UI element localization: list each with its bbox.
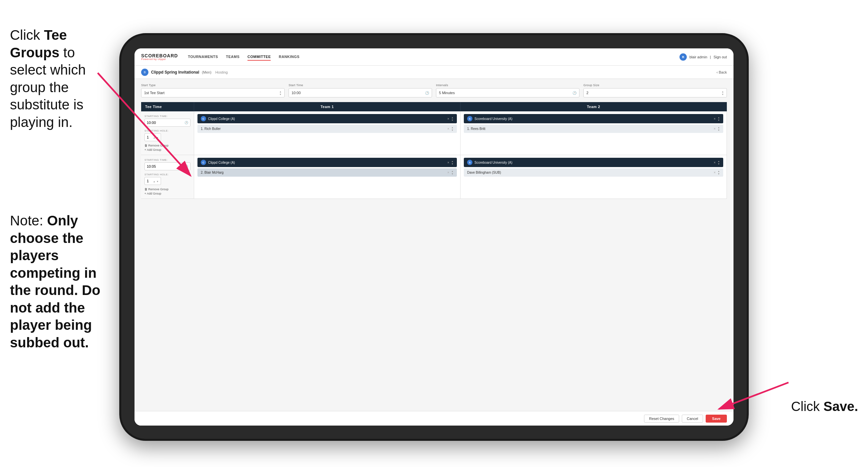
starting-time-label-1: STARTING TIME: <box>145 115 190 118</box>
group-size-spinner: ▲ ▼ <box>721 90 724 95</box>
team1-close-1[interactable]: × <box>447 117 449 121</box>
breadcrumb-left: B Clippd Spring Invitational (Men) Hosti… <box>141 68 227 76</box>
team2-icon-1: S <box>467 116 472 121</box>
team2-card-left-2: S Scoreboard University (A) <box>467 160 512 165</box>
player-close-2-1[interactable]: × <box>714 127 716 130</box>
brand-sub: Powered by clippd <box>141 58 178 61</box>
separator: | <box>710 55 711 59</box>
tee-group-actions-2: 🗑 Remove Group + Add Group <box>145 187 190 195</box>
tee-group-left-2: STARTING TIME: 10:05 🕐 STARTING HOLE: 1 … <box>141 155 194 199</box>
hole-input-1[interactable]: 1 ▲ ▼ <box>145 133 161 141</box>
starting-time-label-2: STARTING TIME: <box>145 158 190 162</box>
brand-name: SCOREBOARD <box>141 53 178 58</box>
player-name-2-2: Dave Billingham (SUB) <box>467 171 501 174</box>
team1-arrows-1: ▲ ▼ <box>451 116 454 121</box>
header-team1: Team 1 <box>194 102 461 111</box>
team2-close-2[interactable]: × <box>714 161 716 165</box>
player-row-1-2[interactable]: 2. Blair McHarg × ▲ ▼ <box>197 168 457 177</box>
team1-cell-1: C Clippd College (A) × ▲ ▼ <box>194 111 461 155</box>
nav-teams[interactable]: TEAMS <box>226 53 240 61</box>
breadcrumb-title: Clippd Spring Invitational <box>151 70 199 75</box>
nav-rankings[interactable]: RANKINGS <box>279 53 300 61</box>
header-team2: Team 2 <box>461 102 727 111</box>
team1-card-actions-1: × ▲ ▼ <box>447 116 454 121</box>
click-save-text: Click Save. <box>791 399 858 414</box>
config-intervals: Intervals 5 Minutes 🕐 <box>436 84 580 97</box>
remove-group-1[interactable]: 🗑 Remove Group <box>145 144 190 147</box>
starting-hole-label-2: STARTING HOLE: <box>145 173 190 176</box>
starting-hole-label-1: STARTING HOLE: <box>145 129 190 132</box>
intervals-input[interactable]: 5 Minutes 🕐 <box>436 88 580 97</box>
action-bar: Reset Changes Cancel Save <box>134 411 734 426</box>
start-time-label: Start Time <box>288 84 432 87</box>
tee-group-row-2: STARTING TIME: 10:05 🕐 STARTING HOLE: 1 … <box>141 155 727 199</box>
note-text: Note: Only choose the players competing … <box>0 205 123 358</box>
config-row: Start Type 1st Tee Start ▲ ▼ Start Time … <box>141 84 727 97</box>
start-type-spinner: ▲ ▼ <box>279 90 282 95</box>
team2-close-1[interactable]: × <box>714 117 716 121</box>
group-size-input[interactable]: 2 ▲ ▼ <box>583 88 727 97</box>
nav-tournaments[interactable]: TOURNAMENTS <box>188 53 218 61</box>
player-name-1-2: 2. Blair McHarg <box>201 171 224 174</box>
config-group-size: Group Size 2 ▲ ▼ <box>583 84 727 97</box>
breadcrumb-hosting: Hosting <box>215 70 227 74</box>
team2-card-2[interactable]: S Scoreboard University (A) × ▲ ▼ <box>464 158 723 167</box>
instruction-text: Click Tee Groups to select which group t… <box>0 20 113 138</box>
player-row-2-1[interactable]: 1. Rees Britt × ▲ ▼ <box>464 125 723 133</box>
sign-out-link[interactable]: Sign out <box>714 55 727 59</box>
breadcrumb-badge: B <box>141 68 148 76</box>
add-group-2[interactable]: + Add Group <box>145 192 190 195</box>
navbar: SCOREBOARD Powered by clippd TOURNAMENTS… <box>134 49 734 66</box>
reset-button[interactable]: Reset Changes <box>644 415 679 422</box>
table-header: Tee Time Team 1 Team 2 <box>141 102 727 111</box>
team2-card-actions-1: × ▲ ▼ <box>714 116 720 121</box>
start-type-input[interactable]: 1st Tee Start ▲ ▼ <box>141 88 285 97</box>
tee-group-row: STARTING TIME: 10:00 🕐 STARTING HOLE: 1 … <box>141 111 727 155</box>
add-group-1[interactable]: + Add Group <box>145 148 190 151</box>
breadcrumb-gender: (Men) <box>202 70 211 74</box>
team1-card-left-2: C Clippd College (A) <box>201 160 235 165</box>
nav-committee[interactable]: COMMITTEE <box>247 53 271 61</box>
tee-table: Tee Time Team 1 Team 2 STARTING TIME: 10… <box>141 102 727 199</box>
back-button[interactable]: ‹ Back <box>717 70 727 74</box>
group-size-label: Group Size <box>583 84 727 87</box>
team1-card-actions-2: × ▲ ▼ <box>447 160 454 165</box>
player-close-2-2[interactable]: × <box>714 171 716 174</box>
time-input-1[interactable]: 10:00 🕐 <box>145 119 190 126</box>
tablet-screen: SCOREBOARD Powered by clippd TOURNAMENTS… <box>134 49 734 426</box>
navbar-right: B blair admin | Sign out <box>680 53 727 61</box>
team2-card-1[interactable]: S Scoreboard University (A) × ▲ ▼ <box>464 114 723 123</box>
player-name-2-1: 1. Rees Britt <box>467 127 485 130</box>
team1-card-2[interactable]: C Clippd College (A) × ▲ ▼ <box>197 158 457 167</box>
breadcrumb-bar: B Clippd Spring Invitational (Men) Hosti… <box>134 66 734 79</box>
team1-name-1: Clippd College (A) <box>208 117 235 121</box>
player-row-2-2[interactable]: Dave Billingham (SUB) × ▲ ▼ <box>464 168 723 177</box>
team2-cell-1: S Scoreboard University (A) × ▲ ▼ <box>461 111 727 155</box>
team1-icon-2: C <box>201 160 206 165</box>
team1-cell-2: C Clippd College (A) × ▲ ▼ <box>194 155 461 199</box>
team1-icon-1: C <box>201 116 206 121</box>
header-tee-time: Tee Time <box>141 102 194 111</box>
hole-input-2[interactable]: 1 ▲ ▼ <box>145 177 161 185</box>
main-nav: TOURNAMENTS TEAMS COMMITTEE RANKINGS <box>188 53 670 61</box>
config-start-type: Start Type 1st Tee Start ▲ ▼ <box>141 84 285 97</box>
tee-group-actions-1: 🗑 Remove Group + Add Group <box>145 144 190 151</box>
player-close-1-2[interactable]: × <box>447 171 449 174</box>
tee-group-left-1: STARTING TIME: 10:00 🕐 STARTING HOLE: 1 … <box>141 111 194 155</box>
cancel-button[interactable]: Cancel <box>682 415 703 422</box>
config-start-time: Start Time 10:00 🕐 <box>288 84 432 97</box>
tablet-device: SCOREBOARD Powered by clippd TOURNAMENTS… <box>119 33 749 441</box>
remove-group-2[interactable]: 🗑 Remove Group <box>145 187 190 191</box>
main-content: Start Type 1st Tee Start ▲ ▼ Start Time … <box>134 79 734 426</box>
save-button[interactable]: Save <box>706 415 727 422</box>
team2-cell-2: S Scoreboard University (A) × ▲ ▼ <box>461 155 727 199</box>
player-row-1-1[interactable]: 1. Rich Butler × ▲ ▼ <box>197 125 457 133</box>
start-time-input[interactable]: 10:00 🕐 <box>288 88 432 97</box>
team1-card-left-1: C Clippd College (A) <box>201 116 235 121</box>
player-name-1-1: 1. Rich Butler <box>201 127 221 130</box>
team1-close-2[interactable]: × <box>447 161 449 165</box>
user-avatar: B <box>680 53 687 61</box>
time-input-2[interactable]: 10:05 🕐 <box>145 163 190 170</box>
team1-card-1[interactable]: C Clippd College (A) × ▲ ▼ <box>197 114 457 123</box>
player-close-1-1[interactable]: × <box>447 127 449 130</box>
